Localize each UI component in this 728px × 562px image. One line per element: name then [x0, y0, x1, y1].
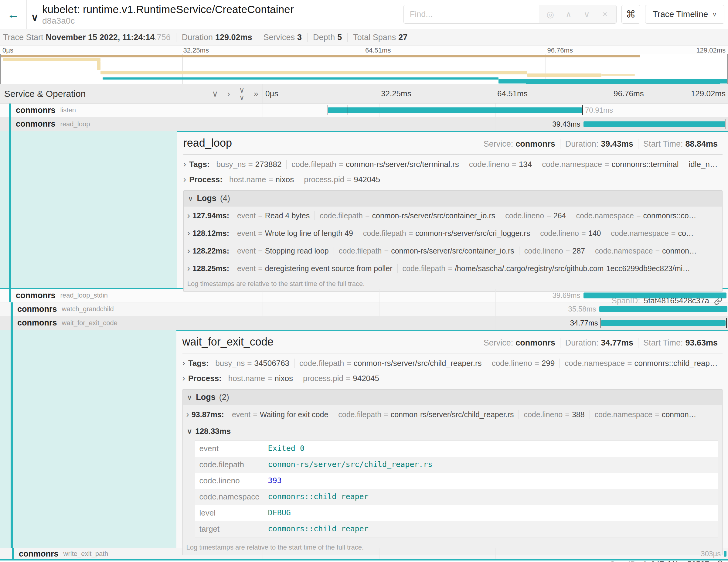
span-name-cell[interactable]: conmonrs listen — [0, 104, 263, 117]
span-bar[interactable] — [328, 107, 582, 113]
process-row[interactable]: Process: host.name=nixosprocess.pid=9420… — [183, 172, 723, 187]
span-row-write-exit-path[interactable]: conmonrs write_exit_path 303µs — [0, 548, 728, 560]
span-name-cell[interactable]: conmonrs read_loop — [0, 117, 263, 131]
kv-pair: code.filepath=conmon-rs/server/src/termi… — [286, 160, 464, 169]
axis-tick: 129.02ms — [691, 89, 726, 98]
log-row[interactable]: 128.25ms: event=deregistering event sour… — [184, 259, 722, 277]
collapse-one-icon[interactable]: ∨ — [212, 90, 218, 98]
span-name-cell[interactable]: conmonrs read_loop_stdin — [0, 289, 263, 302]
back-button[interactable]: ← — [0, 0, 27, 29]
expand-one-icon[interactable]: › — [227, 90, 230, 98]
tree-controls: ∨ › ∨∨ » — [212, 87, 258, 101]
span-operation: wait_for_exit_code — [62, 319, 117, 327]
span-color-bar — [11, 302, 13, 316]
span-bar[interactable] — [583, 293, 727, 298]
span-detail-panel: wait_for_exit_code Service:conmonrs Dura… — [176, 330, 728, 548]
minimap-span-bar — [3, 58, 100, 61]
chevron-down-icon — [188, 194, 193, 203]
back-arrow-icon: ← — [7, 8, 19, 21]
span-row-read-loop-stdin[interactable]: conmonrs read_loop_stdin 39.69ms — [0, 289, 728, 302]
find-next-icon[interactable]: ∨ — [579, 9, 595, 19]
find-input[interactable] — [404, 5, 539, 23]
span-bar[interactable] — [599, 306, 728, 312]
summary-trace-start: Trace StartNovember 15 2022, 11:24:14.75… — [0, 33, 176, 42]
title-wrap: kubelet: runtime.v1.RuntimeService/Creat… — [42, 3, 294, 26]
chevron-down-icon: ∨ — [712, 11, 717, 18]
log-row[interactable]: 128.22ms: event=Stopping read loopcode.f… — [184, 242, 722, 259]
span-timeline-cell[interactable]: 34.77ms — [263, 316, 728, 330]
span-name-cell[interactable]: conmonrs wait_for_exit_code — [0, 316, 263, 330]
trace-header-collapse-toggle[interactable]: ∨ — [31, 11, 39, 23]
process-row[interactable]: Process: host.name=nixosprocess.pid=9420… — [182, 370, 723, 386]
span-detail-left-strip — [0, 330, 176, 548]
span-row-wait-for-exit-code[interactable]: conmonrs wait_for_exit_code 34.77ms — [0, 316, 728, 330]
page-title: kubelet: runtime.v1.RuntimeService/Creat… — [42, 3, 294, 15]
tags-row[interactable]: Tags: busy_ns=34506763code.filepath=conm… — [182, 355, 723, 370]
span-color-bar — [12, 548, 14, 559]
span-operation: read_loop_stdin — [60, 291, 108, 299]
logs-header[interactable]: Logs(4) — [184, 191, 722, 206]
minimap-span-bar — [601, 74, 635, 76]
span-name-cell[interactable]: conmonrs write_exit_path — [0, 548, 263, 559]
log-marker — [348, 105, 348, 115]
span-row-listen[interactable]: conmonrs listen 70.91ms — [0, 104, 728, 117]
log-fields: event=Waiting for exit codecode.filepath… — [227, 410, 701, 419]
span-detail-wait-for-exit-code: wait_for_exit_code Service:conmonrs Dura… — [0, 330, 728, 548]
divider — [183, 154, 723, 155]
span-operation: read_loop — [60, 120, 90, 128]
log-fields: event=Stopping read loopcode.filepath=co… — [232, 247, 702, 255]
find-focus-icon[interactable]: ◎ — [542, 9, 559, 19]
span-detail-read-loop: read_loop Service:conmonrs Duration:39.4… — [0, 131, 728, 289]
log-row-expanded-header[interactable]: 128.33ms — [183, 423, 722, 438]
trace-id: d8a3a0c — [42, 16, 294, 26]
span-timeline-cell[interactable]: 70.91ms — [263, 104, 728, 117]
service-operation-title: Service & Operation — [4, 89, 86, 99]
tags-row[interactable]: Tags: busy_ns=273882code.filepath=conmon… — [183, 156, 723, 172]
span-row-watch-grandchild[interactable]: conmonrs watch_grandchild 35.58ms — [0, 302, 728, 316]
span-duration-label: 70.91ms — [585, 106, 613, 114]
log-marker — [582, 105, 583, 115]
span-timeline-cell[interactable]: 303µs — [263, 548, 728, 559]
log-row[interactable]: 127.94ms: event=Read 4 bytescode.filepat… — [184, 206, 722, 224]
keyboard-shortcuts-button[interactable]: ⌘ — [621, 5, 640, 24]
span-row-read-loop[interactable]: conmonrs read_loop 39.43ms — [0, 117, 728, 131]
summary-duration: Duration129.02ms — [176, 33, 258, 42]
divider — [182, 353, 723, 353]
log-row[interactable]: 128.12ms: event=Wrote log line of length… — [184, 224, 722, 242]
span-timeline-cell[interactable]: 35.58ms — [263, 302, 728, 316]
axis-tick: 32.25ms — [182, 46, 209, 54]
span-bar[interactable] — [583, 121, 725, 127]
log-row[interactable]: 93.87ms: event=Waiting for exit codecode… — [183, 405, 722, 423]
span-bar[interactable] — [601, 320, 726, 326]
span-service: conmonrs — [16, 119, 56, 129]
span-detail-panel: read_loop Service:conmonrs Duration:39.4… — [177, 131, 728, 288]
minimap-axis: 0µs 32.25ms 64.51ms 96.76ms 129.02ms — [0, 46, 728, 54]
kv-pair: code.namespace=co… — [606, 229, 698, 238]
span-service: conmonrs — [16, 291, 56, 300]
tags-list: busy_ns=273882code.filepath=conmon-rs/se… — [212, 160, 723, 169]
span-name-cell[interactable]: conmonrs watch_grandchild — [0, 302, 263, 316]
minimap-span-bar — [527, 73, 601, 77]
kv-pair: code.lineno=287 — [519, 247, 590, 255]
kv-pair: code.filepath=conmon-rs/server/src/child… — [333, 410, 519, 419]
minimap-span-bar — [103, 77, 498, 80]
span-timeline-cell[interactable]: 39.69ms — [263, 289, 728, 302]
find-clear-icon[interactable]: × — [597, 9, 613, 19]
kv-pair: event=Read 4 bytes — [232, 211, 315, 220]
process-list: host.name=nixosprocess.pid=942045 — [224, 175, 385, 184]
find-tools: ◎ ∧ ∨ × — [539, 5, 616, 23]
logs-header[interactable]: Logs(2) — [183, 390, 722, 405]
kv-pair: code.namespace=conmonrs::terminal — [537, 160, 683, 169]
log-marker — [600, 318, 601, 328]
span-timeline-cell[interactable]: 39.43ms — [263, 117, 728, 131]
span-color-bar — [9, 117, 11, 131]
span-bar[interactable] — [724, 551, 726, 557]
find-prev-icon[interactable]: ∧ — [560, 9, 577, 19]
span-duration-label: 39.43ms — [553, 120, 580, 128]
trace-view-selector[interactable]: Trace Timeline ∨ — [645, 5, 724, 24]
trace-minimap[interactable] — [0, 54, 728, 84]
collapse-all-icon[interactable]: ∨∨ — [239, 87, 245, 101]
expand-all-icon[interactable]: » — [253, 90, 258, 98]
kv-pair: code.namespace=conmonrs::child_reap… — [560, 359, 723, 368]
copy-link-icon[interactable] — [714, 560, 723, 562]
